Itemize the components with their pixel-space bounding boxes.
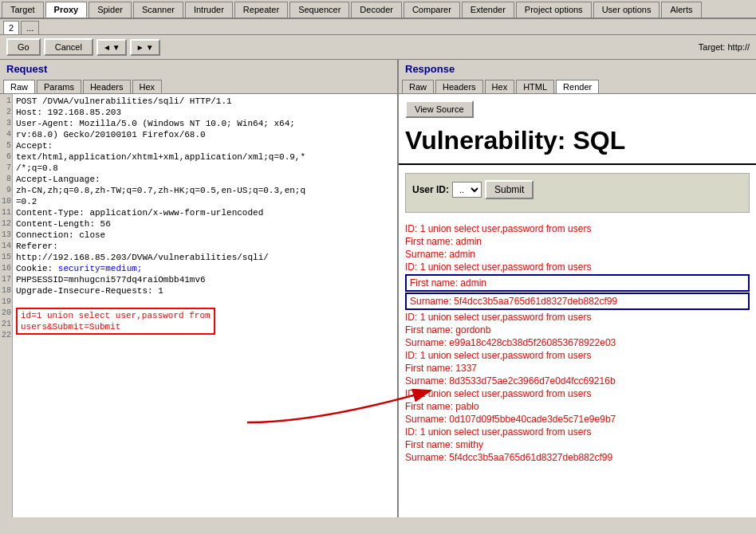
request-tab-bar: Raw Params Headers Hex [0, 78, 397, 94]
go-button[interactable]: Go [6, 38, 41, 56]
tab-sequencer[interactable]: Sequencer [289, 2, 349, 18]
tab-project-options[interactable]: Project options [516, 2, 592, 18]
request-text[interactable]: POST /DVWA/vulnerabilities/sqli/ HTTP/1.… [13, 94, 397, 517]
line-numbers: 12345678910111213141516171819202122 [0, 94, 13, 517]
forward-button[interactable]: ► ▼ [130, 39, 160, 56]
view-source-button[interactable]: View Source [405, 100, 474, 118]
tab-alerts[interactable]: Alerts [661, 2, 701, 18]
response-tab-render[interactable]: Render [556, 80, 599, 93]
user-id-select[interactable]: .. [452, 182, 482, 198]
forward-dropdown-icon: ▼ [146, 43, 154, 52]
sub-tab-2[interactable]: 2 [3, 21, 19, 34]
tab-proxy[interactable]: Proxy [45, 2, 88, 18]
cancel-button[interactable]: Cancel [44, 38, 93, 56]
target-label: Target: http:// [699, 42, 750, 52]
request-tab-params[interactable]: Params [37, 80, 81, 93]
sub-tab-more[interactable]: ... [21, 21, 39, 34]
tab-spider[interactable]: Spider [89, 2, 132, 18]
back-icon: ◄ [103, 43, 111, 52]
response-tab-hex[interactable]: Hex [485, 80, 515, 93]
forward-icon: ► [136, 43, 144, 52]
tab-extender[interactable]: Extender [462, 2, 514, 18]
form-row: User ID: .. Submit [412, 180, 742, 199]
response-panel: Response Raw Headers Hex HTML Render Vie… [399, 60, 756, 517]
tab-comparer[interactable]: Comparer [404, 2, 460, 18]
tab-user-options[interactable]: User options [593, 2, 660, 18]
render-area[interactable]: View Source Vulnerability: SQL User ID: … [399, 94, 756, 517]
sql-form: User ID: .. Submit [405, 173, 750, 213]
response-tab-bar: Raw Headers Hex HTML Render [399, 78, 756, 94]
request-tab-headers[interactable]: Headers [83, 80, 131, 93]
response-tab-html[interactable]: HTML [516, 80, 554, 93]
results-area: ID: 1 union select user,password from us… [399, 219, 756, 467]
tab-target[interactable]: Target [2, 2, 44, 18]
request-header: Request [0, 60, 397, 78]
request-tab-hex[interactable]: Hex [132, 80, 163, 93]
tab-intruder[interactable]: Intruder [185, 2, 233, 18]
response-header: Response [399, 60, 756, 78]
main-content: Request Raw Params Headers Hex 123456789… [0, 60, 756, 517]
submit-button[interactable]: Submit [485, 180, 534, 199]
toolbar: Go Cancel ◄ ▼ ► ▼ Target: http:// [0, 35, 756, 60]
tab-repeater[interactable]: Repeater [234, 2, 288, 18]
tab-decoder[interactable]: Decoder [351, 2, 402, 18]
response-tab-headers[interactable]: Headers [435, 80, 483, 93]
back-button[interactable]: ◄ ▼ [96, 39, 127, 56]
main-tab-bar: Target Proxy Spider Scanner Intruder Rep… [0, 0, 756, 19]
request-panel: Request Raw Params Headers Hex 123456789… [0, 60, 399, 517]
user-id-label: User ID: [412, 184, 449, 195]
sub-tab-bar: 2 ... [0, 19, 756, 35]
request-tab-raw[interactable]: Raw [3, 80, 35, 93]
response-tab-raw[interactable]: Raw [402, 80, 434, 93]
back-dropdown-icon: ▼ [112, 43, 120, 52]
request-body: 12345678910111213141516171819202122 POST… [0, 94, 397, 517]
tab-scanner[interactable]: Scanner [133, 2, 183, 18]
